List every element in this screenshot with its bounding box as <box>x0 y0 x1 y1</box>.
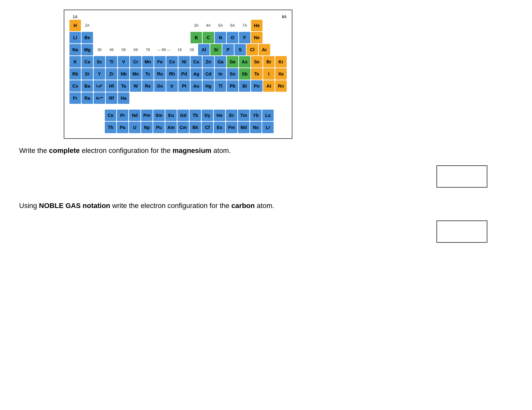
page-container: 1A 8A H 2A 3A 4A <box>13 6 519 243</box>
element-Pm: Pm <box>141 110 153 121</box>
element-At: At <box>263 80 275 92</box>
element-Pu: Pu <box>153 122 165 133</box>
group-3A-label: 3A <box>191 20 202 31</box>
element-Pb: Pb <box>227 80 238 92</box>
question-1-answer-box[interactable] <box>436 165 487 188</box>
pt-row-5: Rb Sr Y Zr Nb Mo Tc Ru Rh Pd Ag Cd In Sn… <box>69 68 287 80</box>
element-Np: Np <box>141 122 153 133</box>
element-Ru: Ru <box>154 68 166 80</box>
group-7B-label: 7B <box>142 44 154 55</box>
question-2-answer-row <box>19 220 519 243</box>
lanthanides-row: Ce Pr Nd Pm Sm Eu Gd Tb Dy Ho Er Tm Yb L… <box>69 110 287 121</box>
element-In: In <box>215 68 226 80</box>
element-Lr: Lr <box>262 122 274 133</box>
question-2-text: Using NOBLE GAS notation write the elect… <box>19 200 519 211</box>
group-5B-label: 5B <box>118 44 129 55</box>
element-Ta: Ta <box>118 80 129 92</box>
element-Ne: Ne <box>251 32 262 43</box>
element-Md: Md <box>238 122 249 133</box>
group-5A-label: 5A <box>215 20 226 31</box>
question-1-answer-row <box>19 165 519 188</box>
element-Rh: Rh <box>166 68 178 80</box>
element-Al: Al <box>198 44 210 55</box>
element-Pt: Pt <box>178 80 190 92</box>
element-I: I <box>263 68 275 80</box>
element-Ca: Ca <box>82 56 93 68</box>
element-Te: Te <box>251 68 262 80</box>
element-Ar: Ar <box>259 44 270 55</box>
element-Tl: Tl <box>215 80 226 92</box>
element-Bk: Bk <box>190 122 201 133</box>
pt-row-3: Na Mg 3B 4B 5B 6B 7B — 8B — 1B 2B Al Si … <box>69 44 287 55</box>
element-Cs: Cs <box>69 80 81 92</box>
element-Os: Os <box>154 80 166 92</box>
element-Ti: Ti <box>106 56 117 68</box>
group-6B-label: 6B <box>130 44 141 55</box>
question-1: Write the complete electron configuratio… <box>19 145 519 188</box>
element-B: B <box>191 32 202 43</box>
element-Es: Es <box>214 122 225 133</box>
element-W: W <box>130 80 141 92</box>
element-O: O <box>227 32 238 43</box>
element-Li: Li <box>69 32 81 43</box>
element-Sc: Sc <box>94 56 105 68</box>
group-1A: 1A <box>69 15 81 19</box>
element-Y: Y <box>94 68 105 80</box>
question-2-input[interactable] <box>437 221 487 242</box>
element-U: U <box>129 122 140 133</box>
element-Bi: Bi <box>239 80 250 92</box>
element-Be: Be <box>82 32 93 43</box>
element-Zr: Zr <box>106 68 117 80</box>
group-8A: 8A <box>275 15 287 19</box>
element-As: As <box>239 56 250 68</box>
element-Ce: Ce <box>105 110 116 121</box>
element-Ba: Ba <box>82 80 93 92</box>
pt-row-2: Li Be B C N O F Ne <box>69 32 287 43</box>
element-He: He <box>251 20 262 31</box>
element-Rb: Rb <box>69 68 81 80</box>
element-C: C <box>203 32 214 43</box>
element-Cf: Cf <box>202 122 213 133</box>
element-Eu: Eu <box>165 110 177 121</box>
pt-row-1: H 2A 3A 4A 5A 6A 7A He <box>69 20 287 31</box>
element-Fr: Fr <box>69 92 81 104</box>
element-Cr: Cr <box>130 56 141 68</box>
element-Tm: Tm <box>238 110 249 121</box>
group-4A-label: 4A <box>203 20 214 31</box>
element-Tb: Tb <box>190 110 201 121</box>
element-H: H <box>69 20 81 31</box>
element-F: F <box>239 32 250 43</box>
element-Se: Se <box>251 56 262 68</box>
element-Dy: Dy <box>202 110 213 121</box>
question-2-answer-box[interactable] <box>436 220 487 243</box>
element-Mo: Mo <box>130 68 141 80</box>
element-Cd: Cd <box>203 68 214 80</box>
element-Si: Si <box>210 44 222 55</box>
periodic-table-wrapper: 1A 8A H 2A 3A 4A <box>64 10 292 139</box>
element-Pr: Pr <box>117 110 128 121</box>
element-Sn: Sn <box>227 68 238 80</box>
pt-row-6: Cs Ba La* Hf Ta W Re Os Ir Pt Au Hg Tl P… <box>69 80 287 92</box>
element-Fe: Fe <box>154 56 166 68</box>
group-2B-label: 2B <box>186 44 198 55</box>
element-Ha: Ha <box>118 92 129 104</box>
element-Xe: Xe <box>275 68 287 80</box>
element-Cl: Cl <box>247 44 258 55</box>
element-Ho: Ho <box>214 110 225 121</box>
element-Nd: Nd <box>129 110 140 121</box>
group-6A-label: 6A <box>227 20 238 31</box>
element-Gd: Gd <box>177 110 189 121</box>
element-Kr: Kr <box>275 56 287 68</box>
element-P: P <box>222 44 234 55</box>
group-7A-label: 7A <box>239 20 250 31</box>
element-V: V <box>118 56 129 68</box>
element-Na: Na <box>69 44 81 55</box>
group-3B-label: 3B <box>94 44 105 55</box>
element-Ga: Ga <box>215 56 226 68</box>
element-Mg: Mg <box>82 44 93 55</box>
element-Th: Th <box>105 122 116 133</box>
question-1-input[interactable] <box>437 166 487 187</box>
question-2: Using NOBLE GAS notation write the elect… <box>19 200 519 243</box>
group-8B-label: — 8B — <box>154 44 173 55</box>
questions-section: Write the complete electron configuratio… <box>13 145 519 243</box>
